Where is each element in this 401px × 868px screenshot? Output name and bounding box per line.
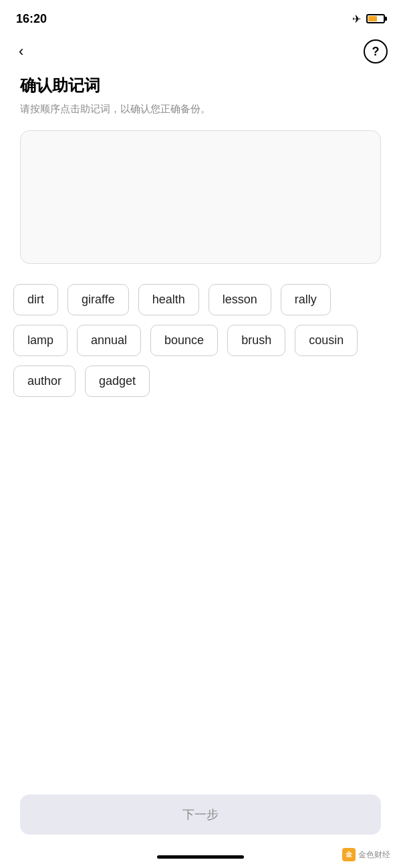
words-container: dirtgiraffehealthlessonrallylampannualbo… [0,284,401,397]
watermark-text: 金色财经 [358,849,390,861]
watermark: 金 金色财经 [342,848,390,861]
status-icons: ✈ [352,13,385,25]
selection-area [20,130,381,264]
word-chip-bounce[interactable]: bounce [150,325,218,356]
back-button[interactable]: ‹ [13,40,29,63]
page-content: 确认助记词 请按顺序点击助记词，以确认您正确备份。 [0,68,401,264]
nav-bar: ‹ ? [0,35,401,68]
word-chip-lamp[interactable]: lamp [13,325,68,356]
page-subtitle: 请按顺序点击助记词，以确认您正确备份。 [20,102,381,117]
battery-fill [368,16,377,21]
status-bar: 16:20 ✈ [0,0,401,35]
status-time: 16:20 [16,12,47,26]
next-button-container: 下一步 [20,794,381,835]
airplane-icon: ✈ [352,13,361,25]
word-chip-gadget[interactable]: gadget [85,366,150,397]
page-title: 确认助记词 [20,75,381,96]
help-button[interactable]: ? [364,39,388,63]
battery-icon [366,14,385,23]
word-chip-dirt[interactable]: dirt [13,284,58,315]
word-chip-cousin[interactable]: cousin [295,325,358,356]
next-button[interactable]: 下一步 [20,794,381,835]
word-chip-giraffe[interactable]: giraffe [68,284,129,315]
home-indicator [157,855,244,859]
word-chip-annual[interactable]: annual [77,325,141,356]
word-chip-brush[interactable]: brush [227,325,285,356]
word-chip-rally[interactable]: rally [281,284,331,315]
word-chip-lesson[interactable]: lesson [209,284,271,315]
word-chip-author[interactable]: author [13,366,76,397]
word-chip-health[interactable]: health [138,284,199,315]
watermark-icon: 金 [342,848,356,861]
